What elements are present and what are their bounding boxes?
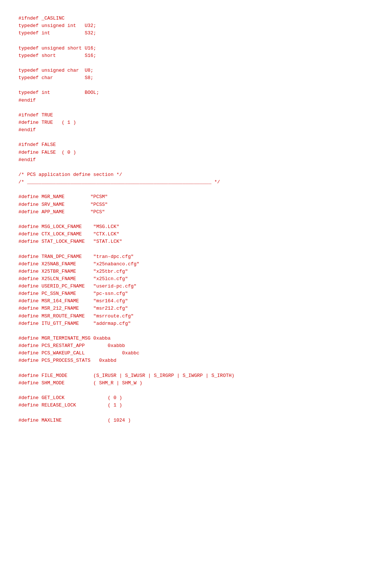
code-content: #ifndef _CASLINC typedef unsigned int U3…	[18, 15, 374, 424]
